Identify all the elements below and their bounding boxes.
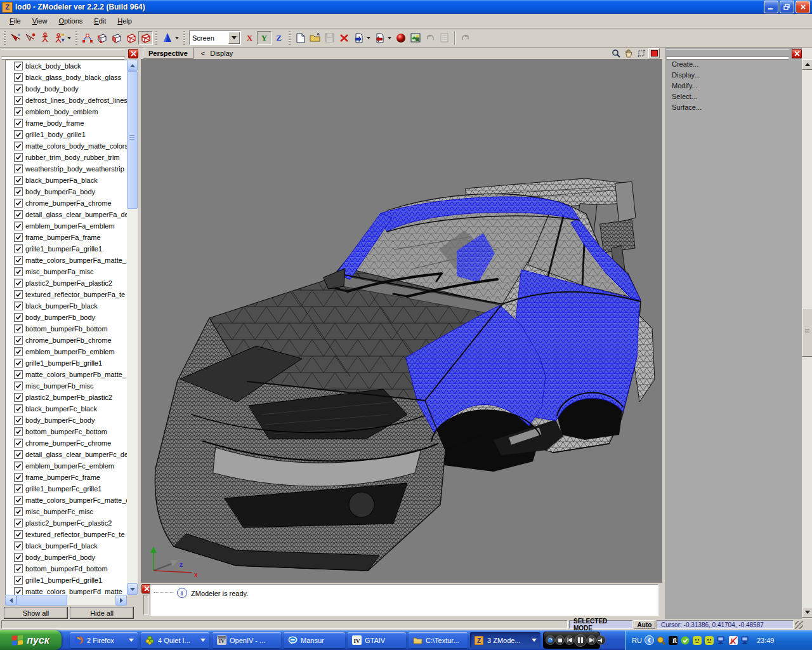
command-item[interactable]: Create... (665, 59, 802, 70)
list-item[interactable]: bottom_bumperFd_bottom (6, 563, 127, 574)
scroll-left-icon[interactable] (5, 595, 16, 606)
list-item[interactable]: grille1_bumperFc_grille1 (6, 483, 127, 494)
checkbox-checked[interactable] (14, 576, 23, 585)
list-item[interactable]: matte_colors_bumperFb_matte_. (6, 369, 127, 380)
checkbox-checked[interactable] (14, 302, 23, 310)
checkbox-checked[interactable] (14, 530, 23, 539)
vscroll-thumb[interactable] (127, 71, 138, 209)
combo-dropdown-icon[interactable] (228, 32, 240, 44)
list-item[interactable]: black_glass_body_black_glass (6, 72, 127, 83)
history-list-icon[interactable] (437, 31, 452, 45)
display-menu[interactable]: Display (210, 50, 233, 57)
list-item[interactable]: black_bumperFc_black (6, 403, 127, 415)
panel-close-icon[interactable] (792, 49, 802, 58)
menu-item[interactable]: File (5, 16, 25, 26)
checkbox-checked[interactable] (14, 244, 23, 253)
checkbox-checked[interactable] (14, 267, 23, 276)
tray-rockstar-icon[interactable]: R (669, 635, 678, 645)
select-single-icon[interactable] (8, 31, 23, 45)
list-item[interactable]: body_body_body (6, 83, 127, 95)
language-indicator[interactable]: RU (632, 637, 642, 644)
toolbar-grip[interactable] (183, 31, 185, 45)
checkbox-checked[interactable] (14, 142, 23, 150)
checkbox-checked[interactable] (14, 73, 23, 82)
select-quadr-icon[interactable] (23, 31, 37, 45)
toolbar-grip[interactable] (4, 31, 6, 45)
tray-network-icon[interactable] (717, 635, 726, 645)
tray-update-icon[interactable] (681, 635, 690, 645)
panel-drag-handle[interactable] (666, 50, 789, 57)
cone-tool-icon[interactable] (160, 31, 174, 45)
checkbox-checked[interactable] (14, 347, 23, 356)
checkbox-checked[interactable] (14, 370, 23, 379)
menu-item[interactable]: Edit (89, 16, 110, 26)
tray-icq-status-icon[interactable] (705, 635, 714, 645)
list-item[interactable]: bottom_bumperFc_bottom (6, 426, 127, 437)
toolbar-grip[interactable] (289, 31, 291, 45)
pan-hand-icon[interactable] (623, 49, 634, 58)
checkbox-checked[interactable] (14, 564, 23, 573)
taskbar-button-openiv[interactable]: IV OpenIV - ... (213, 632, 281, 648)
checkbox-checked[interactable] (14, 336, 23, 345)
checkbox-checked[interactable] (14, 416, 23, 425)
list-item[interactable]: black_bumperFa_black (6, 175, 127, 186)
checkbox-checked[interactable] (14, 107, 23, 116)
command-item[interactable]: Surface... (665, 102, 802, 113)
list-item[interactable]: black_bumperFb_black (6, 300, 127, 312)
panel-close-icon[interactable] (128, 49, 138, 58)
checkbox-checked[interactable] (14, 381, 23, 390)
list-item[interactable]: black_body_black (6, 60, 127, 72)
select-dropdown-icon[interactable] (67, 37, 71, 39)
list-item[interactable]: grille1_bumperFd_grille1 (6, 574, 127, 586)
list-item[interactable]: plastic2_bumperFa_plastic2 (6, 277, 127, 289)
list-item[interactable]: plastic2_bumperFc_plastic2 (6, 517, 127, 529)
checkbox-checked[interactable] (14, 404, 23, 413)
message-splitter[interactable] (143, 595, 148, 615)
hscroll-thumb[interactable] (16, 595, 67, 606)
objects-level-icon[interactable] (138, 31, 153, 45)
polygons-level-icon[interactable] (109, 31, 124, 45)
delete-icon[interactable] (337, 31, 351, 45)
list-item[interactable]: body_bumperFa_body (6, 186, 127, 197)
stop-button[interactable] (555, 635, 565, 645)
list-item[interactable]: defrost_lines_body_defrost_lines (6, 95, 127, 106)
resize-grip[interactable] (795, 621, 803, 629)
edges-level-icon[interactable] (95, 31, 109, 45)
checkbox-checked[interactable] (14, 439, 23, 448)
tray-collapse-icon[interactable] (645, 635, 654, 645)
list-item[interactable]: bottom_bumperFb_bottom (6, 323, 127, 335)
checkbox-checked[interactable] (14, 210, 23, 219)
checkbox-checked[interactable] (14, 222, 23, 230)
list-item[interactable]: misc_bumperFa_misc (6, 266, 127, 277)
group-dropdown-icon[interactable] (129, 639, 134, 642)
list-item[interactable]: weatherstrip_body_weatherstrip (6, 163, 127, 175)
tray-icq-status-icon[interactable] (693, 635, 702, 645)
list-item[interactable]: frame_body_frame (6, 117, 127, 129)
texture-browser-icon[interactable] (408, 31, 422, 45)
axis-z-button[interactable]: Z (272, 31, 286, 45)
taskbar-button-zmodeler[interactable]: Z 3 ZMode... (470, 632, 540, 648)
select-figure-icon[interactable] (37, 31, 52, 45)
tray-loupe-icon[interactable] (657, 635, 666, 645)
checkbox-checked[interactable] (14, 256, 23, 265)
list-item[interactable]: textured_reflector_bumperFa_te (6, 289, 127, 300)
scroll-up-icon[interactable] (802, 59, 812, 70)
group-dropdown-icon[interactable] (200, 639, 206, 642)
redo-icon[interactable] (458, 31, 473, 45)
materials-list[interactable]: black_body_black black_glass_body_black_… (5, 60, 128, 596)
list-item[interactable]: grille1_bumperFb_grille1 (6, 357, 127, 369)
toolbar-grip[interactable] (155, 31, 157, 45)
checkbox-checked[interactable] (14, 359, 23, 368)
command-item[interactable]: Display... (665, 70, 802, 81)
list-item[interactable]: emblem_body_emblem (6, 106, 127, 117)
orbit-icon[interactable] (636, 49, 646, 58)
list-item[interactable]: body_bumperFb_body (6, 312, 127, 323)
list-item[interactable]: chrome_bumperFa_chrome (6, 197, 127, 209)
scroll-right-icon[interactable] (115, 595, 127, 606)
axis-y-button[interactable]: Y (257, 31, 272, 45)
panel-scrollbar[interactable] (802, 48, 812, 619)
checkbox-checked[interactable] (14, 393, 23, 402)
list-item[interactable]: matte_colors_body_matte_colors (6, 140, 127, 152)
menu-item[interactable]: Help (113, 16, 136, 26)
save-file-icon[interactable] (322, 31, 337, 45)
